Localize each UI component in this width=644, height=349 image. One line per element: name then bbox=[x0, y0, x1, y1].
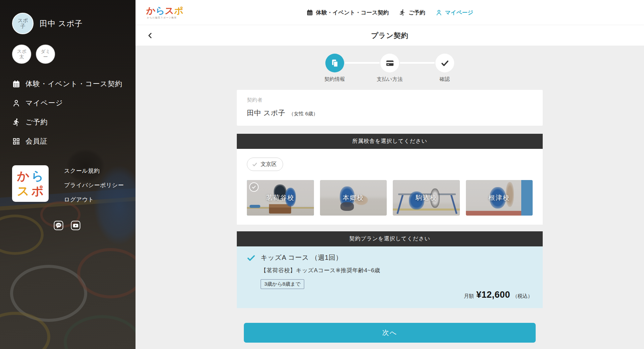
sidebar-item-label: マイページ bbox=[25, 98, 63, 108]
sidebar-item-contracts[interactable]: 体験・イベント・コース契約 bbox=[12, 79, 136, 89]
logo-char: か bbox=[146, 6, 156, 16]
school-panel-header: 所属校舎を選択してください bbox=[237, 134, 543, 149]
main-area: からスポ からだ能育スポーツ教室 体験・イベント・コース契約 bbox=[136, 0, 644, 349]
active-user-row: スポ 子 田中 スポ子 bbox=[12, 13, 136, 34]
step-confirmation: 確認 bbox=[417, 54, 472, 82]
next-button[interactable]: 次へ bbox=[244, 323, 536, 343]
credit-card-icon bbox=[385, 59, 394, 68]
check-icon bbox=[440, 59, 449, 68]
social-links: LINE bbox=[54, 221, 136, 230]
price-tax-note: （税込） bbox=[513, 293, 533, 299]
logo-char: ポ bbox=[174, 6, 183, 16]
plan-check-icon bbox=[247, 254, 255, 289]
selected-plan-row[interactable]: キッズA コース （週1回） 【茗荷谷校】キッズAコース※推奨年齢4~6歳 3歳… bbox=[237, 246, 543, 308]
step-label: 契約情報 bbox=[307, 76, 362, 82]
karaspo-logo[interactable]: からスポ からだ能育スポーツ教室 bbox=[146, 6, 183, 19]
runner-icon bbox=[399, 9, 406, 16]
youtube-icon[interactable] bbox=[71, 221, 80, 230]
top-navigation: 体験・イベント・コース契約 ご予約 マイページ bbox=[306, 0, 473, 25]
sidebar-item-membership-card[interactable]: 会員証 bbox=[12, 136, 136, 146]
sidebar: スポ 子 田中 スポ子 スポ 太 ダミ ー 体験・イベント・コース契 bbox=[0, 0, 136, 349]
nav-item-reservations[interactable]: ご予約 bbox=[399, 9, 425, 16]
sidebar-item-label: ご予約 bbox=[25, 117, 48, 127]
copy-document-icon bbox=[330, 59, 339, 68]
step-circle bbox=[325, 54, 344, 72]
school-card-hongo[interactable]: 本郷校 bbox=[320, 180, 387, 216]
page-title-bar: プラン契約 bbox=[136, 25, 644, 46]
contractor-card: 契約者 田中 スポ子 （女性 6歳） bbox=[237, 90, 543, 126]
logo-char: ポ bbox=[31, 185, 44, 197]
step-payment-method: 支払い方法 bbox=[362, 54, 417, 82]
logo-char: ら bbox=[156, 6, 165, 16]
logo-char: ら bbox=[31, 170, 44, 182]
price-label: 月額 bbox=[464, 293, 474, 299]
top-header: からスポ からだ能育スポーツ教室 体験・イベント・コース契約 bbox=[136, 0, 644, 25]
plan-selection-panel: 契約プランを選択してください キッズA コース （週1回） 【茗荷谷校】キッズA… bbox=[237, 231, 543, 308]
sidebar-item-label: 会員証 bbox=[25, 136, 48, 146]
avatar[interactable]: スポ 子 bbox=[12, 13, 34, 34]
avatar[interactable]: スポ 太 bbox=[12, 45, 31, 64]
sidebar-item-label: 体験・イベント・コース契約 bbox=[25, 79, 122, 89]
avatar[interactable]: ダミ ー bbox=[36, 45, 55, 64]
nav-item-label: 体験・イベント・コース契約 bbox=[316, 9, 389, 16]
sidebar-menu: 体験・イベント・コース契約 マイページ ご予約 bbox=[12, 79, 136, 146]
user-name: 田中 スポ子 bbox=[40, 18, 83, 29]
school-card-komagome[interactable]: 駒込校 bbox=[393, 180, 460, 216]
karaspo-square-logo: か ら ス ポ bbox=[12, 165, 49, 202]
line-wordmark: LINE bbox=[57, 224, 61, 226]
logo-tagline: からだ能育スポーツ教室 bbox=[146, 16, 183, 19]
nav-item-label: マイページ bbox=[445, 9, 473, 16]
sidebar-item-reservations[interactable]: ご予約 bbox=[12, 117, 136, 127]
progress-stepper: 契約情報 支払い方法 確認 bbox=[307, 54, 472, 83]
person-icon bbox=[12, 99, 20, 107]
sidebar-footer-links: スクール規約 プライバシーポリシー ログアウト bbox=[64, 165, 124, 203]
logo-char: ス bbox=[165, 6, 174, 16]
sub-account-avatars: スポ 太 ダミ ー bbox=[12, 45, 136, 64]
person-icon bbox=[435, 9, 442, 16]
nav-item-label: ご予約 bbox=[409, 9, 425, 16]
age-range-badge: 3歳から8歳まで bbox=[261, 279, 304, 289]
calendar-icon bbox=[306, 9, 313, 16]
privacy-policy-link[interactable]: プライバシーポリシー bbox=[64, 181, 124, 189]
school-card-myogadani[interactable]: 茗荷谷校 bbox=[247, 180, 314, 216]
school-rules-link[interactable]: スクール規約 bbox=[64, 167, 124, 175]
step-contract-info: 契約情報 bbox=[307, 54, 362, 82]
sidebar-item-mypage[interactable]: マイページ bbox=[12, 98, 136, 108]
school-selection-panel: 所属校舎を選択してください 文京区 bbox=[237, 134, 543, 225]
page-title: プラン契約 bbox=[136, 31, 644, 40]
nav-item-contracts[interactable]: 体験・イベント・コース契約 bbox=[306, 9, 389, 16]
step-label: 支払い方法 bbox=[362, 76, 417, 82]
school-name-label: 本郷校 bbox=[320, 180, 387, 216]
step-label: 確認 bbox=[417, 76, 472, 82]
plan-panel-header: 契約プランを選択してください bbox=[237, 231, 543, 246]
logo-char: か bbox=[17, 170, 30, 182]
contractor-field-label: 契約者 bbox=[247, 97, 533, 103]
school-name-label: 駒込校 bbox=[393, 180, 460, 216]
contractor-detail: （女性 6歳） bbox=[289, 111, 318, 117]
price-value: ¥12,600 bbox=[476, 290, 510, 300]
line-icon[interactable]: LINE bbox=[54, 221, 63, 230]
check-icon bbox=[252, 162, 258, 167]
runner-icon bbox=[12, 118, 20, 126]
area-filter-chip[interactable]: 文京区 bbox=[247, 158, 283, 171]
logout-link[interactable]: ログアウト bbox=[64, 196, 124, 203]
page-content: 契約情報 支払い方法 確認 bbox=[136, 46, 644, 349]
contractor-name: 田中 スポ子 bbox=[247, 108, 285, 118]
school-panel-body: 文京区 茗荷谷校 bbox=[237, 149, 543, 225]
qr-code-icon bbox=[12, 137, 20, 146]
plan-name: キッズA コース （週1回） bbox=[261, 253, 380, 262]
logo-char: ス bbox=[17, 185, 30, 197]
school-card-nezu[interactable]: 根津校 bbox=[466, 180, 533, 216]
nav-item-mypage[interactable]: マイページ bbox=[435, 9, 473, 16]
step-circle bbox=[380, 54, 399, 72]
logo-wordmark: からスポ bbox=[146, 6, 183, 15]
selected-check-icon bbox=[249, 182, 259, 192]
school-name-label: 根津校 bbox=[466, 180, 533, 216]
school-cards-row: 茗荷谷校 本郷校 bbox=[247, 180, 533, 216]
plan-description: 【茗荷谷校】キッズAコース※推奨年齢4~6歳 bbox=[261, 267, 380, 274]
step-circle bbox=[435, 54, 454, 72]
area-chip-label: 文京区 bbox=[261, 161, 277, 168]
calendar-icon bbox=[12, 80, 20, 88]
